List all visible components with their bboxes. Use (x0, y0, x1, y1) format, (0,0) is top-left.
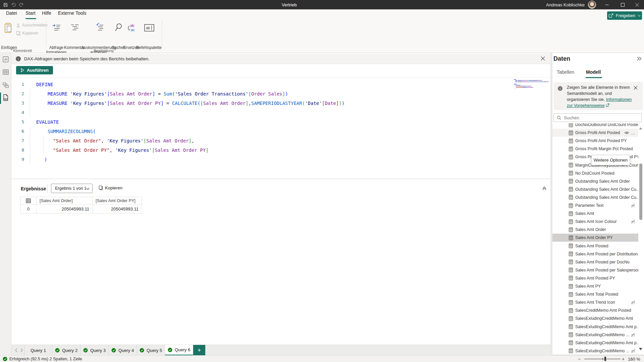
column-header[interactable]: [Sales Amt Order] (37, 197, 93, 204)
field-item[interactable]: SalesExludingCreditMemo Amt p... (552, 339, 638, 347)
measure-icon (569, 267, 573, 273)
menu-item-hilfe[interactable]: Hilfe (42, 10, 51, 16)
info-link[interactable]: zur Vorgehensweise (567, 103, 605, 108)
query-tab[interactable]: Query 3 (80, 345, 109, 356)
field-item[interactable]: Outstanding Sales Amt Order Cu... (552, 185, 638, 193)
column-header[interactable]: [Sales Amt Order PY] (93, 197, 142, 204)
search-box[interactable] (553, 113, 642, 122)
result-pager-dropdown[interactable]: Ergebnis 1 von 1 (51, 184, 93, 193)
menu-item-externe-tools[interactable]: Externe Tools (58, 10, 87, 16)
field-item[interactable]: Sales Amt Posted (552, 242, 638, 250)
line-number: 9 (11, 155, 24, 164)
command-palette-button[interactable]: ab (144, 24, 154, 32)
zoom-in-icon[interactable]: + (622, 356, 625, 362)
model-view-icon[interactable] (2, 82, 9, 88)
field-item[interactable]: Sales Amt Posted per Salesperson (552, 266, 638, 274)
editor-minimap[interactable] (513, 78, 550, 178)
info-link[interactable]: Informationen (606, 97, 632, 102)
field-item[interactable]: Sales Amt Total Posted (552, 290, 638, 298)
query-tab[interactable]: Query 6 (165, 345, 193, 356)
field-item[interactable]: Outstanding Sales Amt Order (552, 177, 638, 185)
query-tab[interactable]: Query 4 (109, 345, 137, 356)
find-button[interactable] (115, 23, 123, 32)
field-item[interactable]: Sales Amt PY (552, 282, 638, 290)
measure-icon (569, 243, 573, 248)
scroll-down-icon[interactable] (639, 347, 643, 351)
tab-tabellen[interactable]: Tabellen (557, 69, 574, 75)
minimize-button[interactable] (599, 0, 614, 9)
field-item[interactable]: SalesExludingCreditMemo ... (552, 331, 638, 339)
field-item[interactable]: Gross Profit Amt Posted… (552, 129, 638, 137)
field-item[interactable]: Sales Amt Icon Colour (552, 218, 638, 226)
comment-button[interactable] (70, 23, 79, 32)
search-input[interactable] (564, 115, 631, 120)
report-view-icon[interactable] (2, 56, 9, 63)
uncomment-button[interactable] (95, 22, 104, 32)
save-icon[interactable] (3, 3, 8, 7)
query-tab[interactable]: Query 1 (24, 345, 52, 356)
field-item[interactable]: Sales Amt Trend Icon (552, 298, 638, 306)
query-tab[interactable]: Query 2 (52, 345, 80, 356)
field-item[interactable]: Sales Amt Posted per DocNo (552, 258, 638, 266)
splitter[interactable] (11, 179, 550, 179)
scrollbar-thumb[interactable] (639, 164, 642, 220)
tab-modell[interactable]: Modell (586, 69, 601, 75)
more-options-icon[interactable]: … (631, 130, 636, 135)
field-item[interactable]: Outstanding Sales Amt Order Cu... (552, 193, 638, 201)
tabs-scroll-left-icon[interactable] (15, 348, 17, 352)
field-item[interactable]: Sales Amt Posted per Distribution... (552, 250, 638, 258)
banner-close-icon[interactable] (541, 56, 545, 61)
field-item[interactable]: Sales Amt Order (552, 226, 638, 234)
field-item[interactable]: No DistCount Posted (552, 169, 638, 177)
add-query-tab[interactable]: + (193, 345, 205, 356)
code-line: DEFINE (36, 80, 53, 89)
field-item[interactable]: Sales Amt (552, 209, 638, 218)
share-button[interactable]: Freigeben (607, 11, 642, 20)
format-query-button[interactable] (52, 23, 61, 32)
line-number: 7 (11, 136, 24, 145)
undo-icon[interactable] (11, 3, 16, 7)
collapse-results-icon[interactable] (542, 185, 547, 191)
table-view-icon[interactable] (2, 69, 9, 75)
field-item[interactable]: Gross Profit Margin Pct Posted (552, 145, 638, 153)
measure-icon (569, 300, 573, 305)
field-item[interactable]: SalesExludingCreditMemo Amt (552, 314, 638, 322)
redo-icon[interactable] (19, 3, 24, 7)
chevron-down-icon (86, 188, 90, 190)
scroll-up-icon[interactable] (639, 127, 643, 130)
tabs-scroll-right-icon[interactable] (20, 348, 23, 352)
field-item[interactable]: SalesExludingCreditMemo ... (552, 347, 638, 355)
data-pane: Daten Tabellen Modell i Zeigen Sie alle … (552, 53, 644, 355)
zoom-slider-handle[interactable] (604, 357, 606, 361)
format-query-label[interactable]: Abfrage (49, 45, 63, 50)
menu-item-start[interactable]: Start (25, 10, 36, 16)
info-close-icon[interactable] (634, 86, 638, 90)
copy-results-button[interactable]: Kopieren (99, 185, 122, 190)
query-tab[interactable]: Query 5 (137, 345, 165, 356)
measure-icon (569, 227, 573, 232)
hidden-icon (631, 219, 636, 224)
command-palette-label[interactable]: Befehlspalette (136, 45, 162, 50)
close-button[interactable] (629, 0, 644, 9)
field-item[interactable]: Gross Profit Amt Posted PY (552, 137, 638, 145)
dax-code-editor[interactable]: 1DEFINE2MEASURE 'Key Figures'[Sales Amt … (11, 77, 550, 179)
cell-value: 205045993.11 (93, 204, 142, 214)
maximize-button[interactable] (615, 0, 630, 9)
zoom-out-icon[interactable]: − (578, 356, 581, 362)
paste-button[interactable] (4, 23, 13, 34)
field-item[interactable]: SalesExludingCreditMemo Amt p... (552, 323, 638, 331)
run-button[interactable]: Ausführen (16, 66, 53, 74)
field-item[interactable]: Sales Amt Order PY (552, 234, 638, 242)
field-item[interactable]: SalesCreditMemo Amt Posted (552, 306, 638, 314)
dax-query-view-icon[interactable]: DAX (2, 94, 9, 101)
measure-icon (569, 308, 573, 313)
measure-icon (569, 146, 573, 152)
data-pane-title: Daten (553, 55, 570, 62)
field-item[interactable]: Parameter Text (552, 201, 638, 209)
replace-button[interactable]: abac (126, 23, 136, 32)
avatar[interactable] (588, 1, 596, 9)
menu-item-datei[interactable]: Datei (6, 10, 17, 16)
field-item[interactable]: DocNoOutbound DistCount Posted (552, 123, 638, 129)
field-item[interactable]: Sales Amt Posted PY (552, 274, 638, 282)
collapse-pane-icon[interactable] (637, 57, 641, 61)
